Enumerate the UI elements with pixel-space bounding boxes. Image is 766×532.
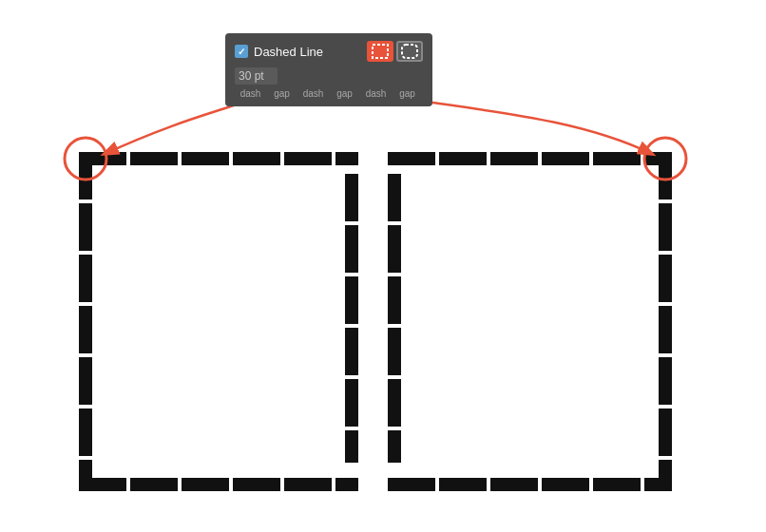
sharp-corner-button[interactable] bbox=[367, 41, 393, 62]
panel-value-row bbox=[235, 67, 423, 85]
label-dash-2: dash bbox=[297, 88, 329, 99]
label-gap-3: gap bbox=[392, 88, 423, 99]
dash-value-input[interactable] bbox=[235, 67, 278, 85]
panel-title: Dashed Line bbox=[254, 45, 323, 59]
panel-header: Dashed Line bbox=[235, 41, 423, 62]
svg-rect-0 bbox=[373, 45, 388, 58]
panel-labels: dash gap dash gap dash gap bbox=[235, 88, 423, 99]
round-corner-button[interactable] bbox=[396, 41, 423, 62]
dashed-line-panel: Dashed Line dash gap dash gap dash gap bbox=[225, 33, 432, 106]
panel-title-row: Dashed Line bbox=[235, 45, 323, 59]
label-gap-2: gap bbox=[329, 88, 360, 99]
label-dash-1: dash bbox=[235, 88, 266, 99]
corner-buttons bbox=[367, 41, 423, 62]
label-dash-3: dash bbox=[360, 88, 392, 99]
label-gap-1: gap bbox=[266, 88, 297, 99]
dashed-line-checkbox[interactable] bbox=[235, 45, 248, 58]
svg-rect-1 bbox=[402, 45, 417, 58]
